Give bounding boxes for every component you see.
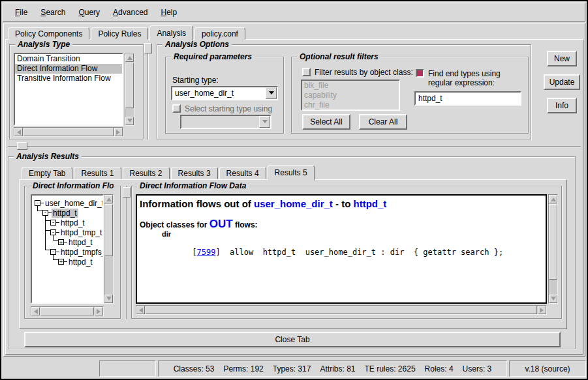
status-segment-stats: Classes: 53 Perms: 192 Types: 317 Attrib… (158, 360, 507, 377)
attrib-combobox (180, 115, 271, 129)
menu-help[interactable]: Help (154, 5, 183, 20)
tree-node[interactable]: -httpd_t (50, 218, 86, 227)
tree-hscrollbar[interactable] (31, 306, 104, 316)
scroll-down-icon[interactable] (104, 295, 113, 303)
scroll-down-icon[interactable] (549, 295, 557, 303)
list-item-domain-transition[interactable]: Domain Transition (15, 54, 122, 64)
attrib-checkbox[interactable] (172, 104, 181, 113)
tab-empty-tab[interactable]: Empty Tab (22, 167, 72, 179)
tab-results-5[interactable]: Results 5 (268, 165, 315, 181)
analysis-type-vscrollbar[interactable] (125, 53, 134, 126)
tree-node[interactable]: -httpd_tmpfs_ (50, 247, 104, 257)
clear-all-button[interactable]: Clear All (359, 114, 407, 130)
scroll-thumb[interactable] (40, 307, 94, 315)
tree-data-sash-handle[interactable] (123, 187, 131, 197)
info-button[interactable]: Info (547, 98, 577, 113)
options-sash-handle[interactable] (144, 43, 152, 53)
analysis-results-title: Analysis Results (14, 152, 82, 161)
tree-vscrollbar[interactable] (104, 194, 114, 304)
scroll-right-icon[interactable] (114, 128, 123, 136)
tab-analysis[interactable]: Analysis (149, 25, 193, 41)
list-item-chr-file: chr_file (302, 100, 399, 110)
data-hscrollbar[interactable] (136, 305, 547, 315)
list-item-transitive-information-flow[interactable]: Transitive Information Flow (15, 74, 122, 83)
starting-type-combobox[interactable]: user_home_dir_t (171, 86, 278, 100)
scroll-left-icon[interactable] (136, 306, 145, 314)
rule-number-link[interactable]: 7599 (196, 248, 215, 257)
results-tab-bar: Empty Tab Results 1 Results 2 Results 3 … (22, 166, 316, 179)
tab-results-1[interactable]: Results 1 (74, 167, 121, 179)
tab-policy-components[interactable]: Policy Components (8, 27, 89, 40)
tree-connector (53, 259, 58, 260)
expander-icon[interactable]: - (42, 210, 48, 216)
menu-file[interactable]: File (8, 5, 34, 20)
tree-node[interactable]: -httpd_tmp_t (50, 227, 103, 237)
scroll-thumb[interactable] (104, 204, 113, 256)
tree-node[interactable]: +httpd_t (58, 237, 94, 247)
expander-icon[interactable]: - (50, 249, 56, 255)
tab-results-2[interactable]: Results 2 (123, 167, 170, 179)
select-all-button[interactable]: Select All (302, 114, 350, 130)
scroll-thumb[interactable] (23, 128, 114, 136)
tab-policy-rules[interactable]: Policy Rules (91, 27, 148, 40)
object-class-checkbox[interactable] (302, 68, 311, 76)
stat-te-rules: TE rules: 2625 (365, 364, 416, 373)
scroll-up-icon[interactable] (125, 53, 134, 62)
menu-query[interactable]: Query (72, 5, 106, 20)
required-parameters-frame: Required parameters Starting type: user_… (165, 57, 284, 134)
expander-icon[interactable]: - (35, 200, 40, 206)
tab-results-3[interactable]: Results 3 (171, 167, 218, 179)
scroll-right-icon[interactable] (538, 306, 546, 314)
update-button[interactable]: Update (544, 74, 580, 90)
scroll-thumb[interactable] (549, 204, 557, 280)
tab-policy-conf[interactable]: policy.conf (194, 27, 245, 40)
tree-connector (45, 230, 50, 231)
data-vscrollbar[interactable] (548, 194, 558, 304)
scroll-up-icon[interactable] (549, 195, 557, 203)
flow-data-textarea[interactable]: Information flows out of user_home_dir_t… (136, 194, 547, 304)
menu-search[interactable]: Search (34, 5, 72, 20)
object-class-listbox: blk_file capability chr_file (301, 80, 400, 111)
scroll-down-icon[interactable] (125, 117, 134, 125)
optional-result-filters-title: Optional result filters (297, 52, 381, 61)
stat-attribs: Attribs: 81 (320, 364, 355, 373)
tab-results-4[interactable]: Results 4 (219, 167, 266, 179)
scroll-thumb[interactable] (146, 306, 537, 314)
analysis-type-title: Analysis Type (15, 40, 72, 49)
required-parameters-title: Required parameters (171, 52, 255, 61)
tree-connector (45, 214, 46, 250)
analysis-results-frame: Analysis Results Empty Tab Results 1 Res… (8, 156, 576, 349)
main-tab-bar: Policy Components Policy Rules Analysis … (8, 25, 247, 40)
results-sash-handle[interactable] (17, 142, 27, 150)
menu-advanced[interactable]: Advanced (106, 5, 154, 20)
tree-connector (45, 250, 50, 250)
tree-node[interactable]: +httpd_t (58, 257, 94, 267)
scroll-left-icon[interactable] (14, 128, 23, 136)
flow-subheader: Object classes for OUT flows: (140, 218, 258, 231)
tree-connector (53, 240, 58, 241)
analysis-type-hscrollbar[interactable] (14, 127, 123, 137)
combo-arrow-icon[interactable] (266, 87, 277, 99)
starting-type-label: Starting type: (172, 76, 219, 85)
tree-node[interactable]: -user_home_dir_t (35, 198, 104, 208)
scroll-left-icon[interactable] (31, 307, 40, 315)
regex-input[interactable] (414, 91, 521, 106)
expander-icon[interactable]: - (50, 229, 56, 235)
tree-node[interactable]: -httpd_t (42, 208, 78, 218)
scroll-right-icon[interactable] (95, 307, 103, 315)
expander-icon[interactable]: + (58, 239, 64, 245)
expander-icon[interactable]: - (50, 220, 56, 226)
analysis-type-frame: Analysis Type Domain Transition Direct I… (9, 44, 144, 139)
scroll-thumb[interactable] (125, 63, 134, 108)
scroll-up-icon[interactable] (104, 195, 113, 203)
list-item-direct-information-flow[interactable]: Direct Information Flow (15, 64, 122, 74)
regex-checkbox[interactable] (416, 69, 424, 78)
apol-window: File Search Query Advanced Help Policy C… (0, 0, 588, 380)
close-tab-button[interactable]: Close Tab (24, 332, 561, 347)
new-button[interactable]: New (547, 51, 577, 66)
expander-icon[interactable]: + (58, 259, 64, 265)
tree-data-sash-line (126, 186, 127, 319)
starting-type-value: user_home_dir_t (172, 87, 266, 99)
flow-data-title: Direct Information Flow Data (137, 181, 249, 190)
results-sash-line (8, 146, 581, 147)
